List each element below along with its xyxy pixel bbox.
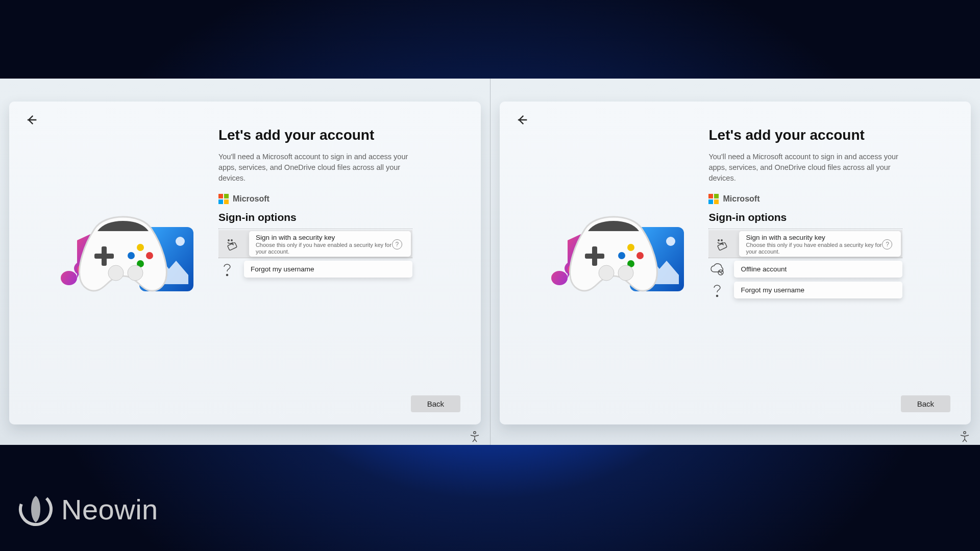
svg-rect-11 (218, 194, 223, 198)
section-heading: Sign-in options (218, 211, 412, 223)
svg-rect-14 (224, 199, 229, 204)
svg-rect-31 (708, 194, 713, 198)
option-security-key[interactable]: Sign in with a security key Choose this … (708, 230, 902, 258)
svg-point-26 (636, 252, 644, 259)
security-key-icon (714, 236, 731, 252)
page-subtitle: You'll need a Microsoft account to sign … (708, 152, 902, 184)
svg-rect-12 (224, 194, 229, 198)
help-icon[interactable]: ? (392, 239, 402, 249)
option-title: Forgot my username (251, 265, 314, 273)
microsoft-brand-label: Microsoft (723, 194, 760, 204)
svg-point-18 (226, 274, 228, 276)
svg-rect-13 (218, 199, 223, 204)
nav-back-icon[interactable] (24, 113, 39, 127)
page-title: Let's add your account (708, 127, 902, 143)
svg-point-19 (474, 432, 476, 434)
svg-point-35 (718, 240, 719, 241)
back-button[interactable]: Back (411, 395, 460, 412)
option-title: Sign in with a security key (256, 234, 392, 241)
svg-point-15 (228, 240, 229, 241)
help-icon[interactable]: ? (882, 239, 892, 249)
microsoft-logo-icon (218, 194, 229, 204)
microsoft-brand: Microsoft (708, 194, 902, 204)
option-security-key[interactable]: Sign in with a security key Choose this … (218, 230, 412, 258)
svg-point-39 (717, 295, 718, 296)
microsoft-logo-icon (708, 194, 719, 204)
svg-point-40 (964, 432, 966, 434)
svg-point-9 (108, 265, 124, 281)
accessibility-icon[interactable] (959, 431, 971, 443)
option-forgot-username[interactable]: Forgot my username (218, 259, 412, 279)
controller-icon (566, 211, 662, 297)
nav-back-icon[interactable] (515, 113, 529, 127)
page-subtitle: You'll need a Microsoft account to sign … (218, 152, 412, 184)
option-title: Forgot my username (741, 286, 804, 294)
cloud-offline-icon (708, 262, 726, 277)
svg-rect-24 (585, 254, 604, 259)
svg-rect-4 (94, 254, 114, 259)
svg-point-8 (128, 252, 135, 259)
accessibility-icon[interactable] (469, 431, 481, 443)
svg-point-6 (146, 252, 153, 259)
panel-left: Let's add your account You'll need a Mic… (0, 79, 490, 445)
option-desc: Choose this only if you have enabled a s… (746, 242, 882, 255)
svg-rect-34 (714, 199, 719, 204)
option-forgot-username[interactable]: Forgot my username (708, 280, 902, 300)
security-key-icon (224, 236, 241, 252)
panel-right: Let's add your account You'll need a Mic… (490, 79, 980, 445)
svg-rect-32 (714, 194, 719, 198)
svg-point-30 (618, 265, 633, 281)
illustration (514, 111, 708, 411)
question-icon (708, 283, 726, 298)
svg-rect-33 (708, 199, 713, 204)
svg-point-5 (137, 244, 144, 251)
svg-point-2 (176, 237, 185, 246)
microsoft-brand-label: Microsoft (233, 194, 270, 204)
watermark-text: Neowin (61, 493, 158, 526)
option-desc: Choose this only if you have enabled a s… (256, 242, 392, 255)
neowin-logo-icon (18, 492, 53, 527)
option-title: Offline account (741, 265, 787, 273)
option-title: Sign in with a security key (746, 234, 882, 241)
svg-point-10 (128, 265, 143, 281)
watermark: Neowin (18, 492, 158, 527)
svg-point-16 (231, 240, 232, 241)
svg-point-36 (721, 240, 722, 241)
svg-point-29 (599, 265, 614, 281)
controller-icon (75, 211, 171, 297)
back-button[interactable]: Back (901, 395, 950, 412)
microsoft-brand: Microsoft (218, 194, 412, 204)
page-title: Let's add your account (218, 127, 412, 143)
svg-point-28 (618, 252, 625, 259)
question-icon (218, 262, 236, 277)
option-offline-account[interactable]: Offline account (708, 259, 902, 279)
svg-point-25 (627, 244, 634, 251)
oobe-card: Let's add your account You'll need a Mic… (500, 102, 971, 424)
section-heading: Sign-in options (708, 211, 902, 223)
oobe-card: Let's add your account You'll need a Mic… (9, 102, 481, 424)
svg-point-22 (666, 237, 675, 246)
illustration (23, 111, 218, 411)
